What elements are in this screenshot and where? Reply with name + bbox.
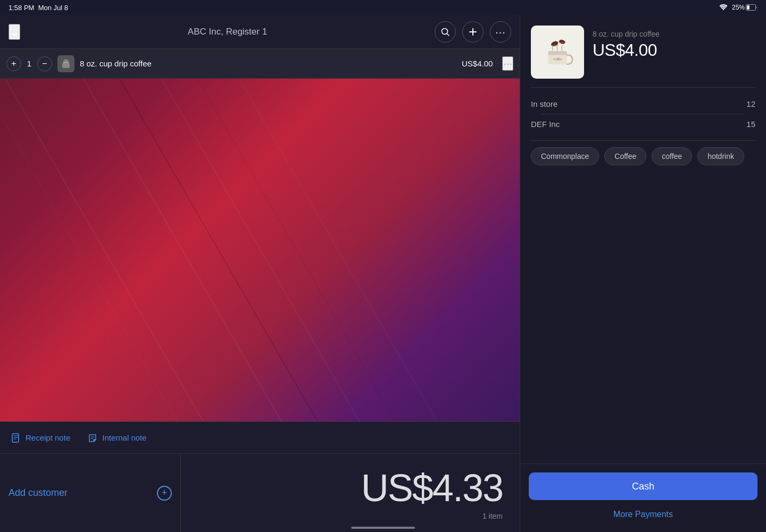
product-detail: Coffee 8 oz. cup drip coffee US$4.00 In …: [520, 15, 766, 463]
internal-note-button[interactable]: Internal note: [87, 433, 146, 443]
product-image-header: Coffee 8 oz. cup drip coffee US$4.00: [520, 15, 766, 87]
wifi-icon: [719, 4, 728, 12]
more-options-button[interactable]: ···: [490, 21, 511, 43]
top-bar: ⌄ ABC Inc, Register 1 ···: [0, 15, 520, 49]
cart-footer: Add customer + US$4.33 1 item: [0, 453, 520, 532]
battery-icon: 25%: [732, 4, 757, 11]
quantity-controls: + 1 −: [6, 56, 52, 71]
in-store-label: In store: [531, 99, 557, 108]
register-title: ABC Inc, Register 1: [29, 27, 426, 37]
status-bar: 1:58 PM Mon Jul 8 25%: [0, 0, 766, 15]
svg-point-3: [442, 28, 448, 34]
def-inc-value: 15: [746, 120, 755, 129]
stock-section: In store 12 DEF Inc 15: [520, 88, 766, 140]
internal-note-label: Internal note: [102, 433, 146, 442]
status-indicators: 25%: [719, 4, 757, 12]
add-customer-label: Add customer: [9, 487, 68, 499]
quantity-value: 1: [24, 59, 34, 68]
add-item-button[interactable]: [462, 21, 484, 43]
tag-pill[interactable]: Coffee: [604, 147, 646, 165]
in-store-value: 12: [746, 99, 755, 108]
svg-point-0: [723, 9, 724, 10]
search-button[interactable]: [435, 21, 456, 43]
right-panel: Coffee 8 oz. cup drip coffee US$4.00 In …: [520, 15, 766, 532]
item-icon: [57, 55, 74, 72]
svg-rect-5: [63, 61, 69, 63]
tags-section: CommonplaceCoffeecoffeehotdrink: [520, 141, 766, 172]
note-bar: Receipt note Internal note: [0, 421, 520, 453]
quantity-decrease-button[interactable]: −: [37, 56, 52, 71]
status-time-date: 1:58 PM Mon Jul 8: [9, 4, 68, 12]
total-section: US$4.33 1 item: [181, 454, 520, 532]
add-customer-plus-icon: +: [157, 486, 172, 501]
top-bar-actions: ···: [435, 21, 511, 43]
svg-rect-6: [12, 434, 19, 442]
cart-background: [0, 79, 520, 421]
add-customer-button[interactable]: Add customer +: [9, 486, 172, 501]
cart-item-more-button[interactable]: ···: [502, 56, 513, 71]
main-layout: ⌄ ABC Inc, Register 1 ···: [0, 15, 766, 532]
product-name-detail: 8 oz. cup drip coffee: [593, 30, 755, 38]
payment-section: Cash More Payments: [520, 463, 766, 532]
product-price-detail: US$4.00: [593, 40, 755, 60]
receipt-note-button[interactable]: Receipt note: [11, 433, 70, 443]
svg-rect-9: [548, 51, 567, 55]
def-inc-row: DEF Inc 15: [531, 114, 755, 134]
item-count: 1 item: [482, 512, 503, 520]
def-inc-label: DEF Inc: [531, 120, 560, 129]
cash-button[interactable]: Cash: [529, 472, 757, 500]
tag-pill[interactable]: coffee: [652, 147, 692, 165]
product-image: Coffee: [531, 26, 584, 79]
svg-rect-4: [62, 63, 70, 68]
total-amount: US$4.33: [361, 466, 503, 510]
cart-item-price: US$4.00: [462, 59, 493, 68]
cart-item-name: 8 oz. cup drip coffee: [80, 59, 456, 68]
chevron-down-button[interactable]: ⌄: [9, 24, 20, 40]
tag-pill[interactable]: Commonplace: [531, 147, 599, 165]
add-customer-section: Add customer +: [0, 454, 181, 532]
home-indicator: [351, 527, 415, 529]
more-payments-button[interactable]: More Payments: [529, 505, 757, 523]
in-store-row: In store 12: [531, 94, 755, 114]
cart-item-row: + 1 − 8 oz. cup drip coffee US$4.00 ···: [0, 49, 520, 79]
receipt-note-label: Receipt note: [26, 433, 70, 442]
left-panel: ⌄ ABC Inc, Register 1 ···: [0, 15, 520, 532]
product-info: 8 oz. cup drip coffee US$4.00: [593, 26, 755, 60]
svg-text:Coffee: Coffee: [553, 57, 562, 61]
tag-pill[interactable]: hotdrink: [697, 147, 744, 165]
gradient-lines: [0, 79, 520, 421]
quantity-increase-button[interactable]: +: [6, 56, 21, 71]
svg-rect-2: [747, 5, 750, 10]
